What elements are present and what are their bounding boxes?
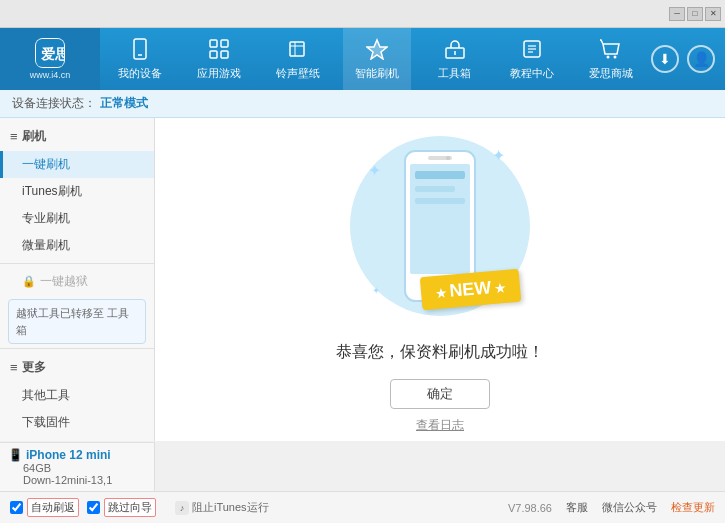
toolbox-label: 工具箱 — [438, 66, 471, 81]
sparkle-2: ✦ — [368, 161, 381, 180]
auto-flash-checkbox-group[interactable]: 自动刷返 — [10, 498, 79, 517]
logo-icon: 爱思 — [35, 38, 65, 68]
auto-flash-label: 自动刷返 — [27, 498, 79, 517]
sidebar-section-flash: ≡ 刷机 — [0, 122, 154, 151]
bottom-bar: 自动刷返 跳过向导 ♪ 阻止iTunes运行 V7.98.66 客服 微信公众号… — [0, 491, 725, 523]
sidebar: ≡ 刷机 一键刷机 iTunes刷机 专业刷机 微量刷机 🔒 一键越狱 越狱工具… — [0, 118, 155, 441]
device-name: 📱 iPhone 12 mini — [8, 448, 146, 462]
sidebar-divider-1 — [0, 263, 154, 264]
nav-items: 我的设备 应用游戏 铃声壁纸 — [100, 28, 651, 90]
ringtones-icon — [287, 38, 309, 63]
maximize-button[interactable]: □ — [687, 7, 703, 21]
svg-point-26 — [446, 156, 450, 160]
bottom-version: V7.98.66 — [508, 502, 552, 514]
apps-label: 应用游戏 — [197, 66, 241, 81]
title-bar: ─ □ ✕ — [0, 0, 725, 28]
sidebar-item-other-tools[interactable]: 其他工具 — [0, 382, 154, 409]
device-info: 📱 iPhone 12 mini 64GB Down-12mini-13,1 — [0, 442, 155, 491]
close-button[interactable]: ✕ — [705, 7, 721, 21]
mall-icon — [600, 38, 622, 63]
svg-rect-7 — [221, 51, 228, 58]
apps-icon — [208, 38, 230, 63]
flash-section-label: 刷机 — [22, 128, 46, 145]
tutorials-label: 教程中心 — [510, 66, 554, 81]
jailbreak-label: 一键越狱 — [40, 273, 88, 290]
nav-item-mall[interactable]: 爱思商城 — [577, 28, 645, 90]
sidebar-notice-jailbreak: 越狱工具已转移至 工具箱 — [8, 299, 146, 344]
svg-rect-20 — [410, 164, 470, 274]
status-label: 设备连接状态： — [12, 95, 96, 112]
device-phone-icon: 📱 — [8, 448, 23, 462]
nav-item-ringtones[interactable]: 铃声壁纸 — [264, 28, 332, 90]
svg-rect-8 — [290, 42, 304, 56]
skip-wizard-checkbox-group[interactable]: 跳过向导 — [87, 498, 156, 517]
my-device-label: 我的设备 — [118, 66, 162, 81]
sidebar-item-download-fw[interactable]: 下载固件 — [0, 409, 154, 436]
sidebar-item-pro-flash[interactable]: 专业刷机 — [0, 205, 154, 232]
skip-wizard-label: 跳过向导 — [104, 498, 156, 517]
svg-text:爱思: 爱思 — [41, 46, 64, 62]
logo-area: 爱思 www.i4.cn — [0, 28, 100, 90]
content-area: ✦ ✦ ✦ NEW 恭喜您，保资料刷机成功啦！ 确定 查看日志 — [155, 118, 725, 441]
status-value: 正常模式 — [100, 95, 148, 112]
svg-rect-4 — [210, 40, 217, 47]
smart-flash-icon — [366, 38, 388, 63]
svg-point-17 — [607, 55, 610, 58]
itunes-status: ♪ 阻止iTunes运行 — [165, 500, 269, 515]
itunes-icon: ♪ — [175, 501, 189, 515]
bottom-left: 自动刷返 跳过向导 — [10, 498, 165, 517]
my-device-icon — [129, 38, 151, 63]
sidebar-item-micro-flash[interactable]: 微量刷机 — [0, 232, 154, 259]
restore-link[interactable]: 查看日志 — [416, 417, 464, 434]
sparkle-3: ✦ — [372, 285, 380, 296]
svg-rect-5 — [221, 40, 228, 47]
top-nav: 爱思 www.i4.cn 我的设备 应用 — [0, 28, 725, 90]
svg-rect-6 — [210, 51, 217, 58]
device-storage: 64GB — [8, 462, 146, 474]
svg-rect-23 — [415, 198, 465, 204]
skip-wizard-checkbox[interactable] — [87, 501, 100, 514]
update-link[interactable]: 检查更新 — [671, 500, 715, 515]
itunes-status-text: 阻止iTunes运行 — [192, 500, 269, 515]
nav-item-smart-flash[interactable]: 智能刷机 — [343, 28, 411, 90]
sidebar-item-one-click-flash[interactable]: 一键刷机 — [0, 151, 154, 178]
ringtones-label: 铃声壁纸 — [276, 66, 320, 81]
toolbox-icon — [444, 38, 466, 63]
svg-rect-2 — [134, 39, 146, 59]
download-button[interactable]: ⬇ — [651, 45, 679, 73]
nav-item-my-device[interactable]: 我的设备 — [106, 28, 174, 90]
flash-section-icon: ≡ — [10, 129, 18, 144]
status-bar: 设备连接状态： 正常模式 — [0, 90, 725, 118]
sparkle-1: ✦ — [492, 146, 505, 165]
sidebar-divider-2 — [0, 348, 154, 349]
mall-label: 爱思商城 — [589, 66, 633, 81]
confirm-button[interactable]: 确定 — [390, 379, 490, 409]
sidebar-item-advanced[interactable]: 高级功能 — [0, 436, 154, 441]
more-section-label: 更多 — [22, 359, 46, 376]
device-version: Down-12mini-13,1 — [8, 474, 146, 486]
sidebar-item-itunes-flash[interactable]: iTunes刷机 — [0, 178, 154, 205]
smart-flash-label: 智能刷机 — [355, 66, 399, 81]
logo-text: www.i4.cn — [30, 70, 71, 80]
svg-rect-22 — [415, 186, 455, 192]
user-button[interactable]: 👤 — [687, 45, 715, 73]
auto-flash-checkbox[interactable] — [10, 501, 23, 514]
nav-right: ⬇ 👤 — [651, 45, 725, 73]
nav-item-toolbox[interactable]: 工具箱 — [423, 28, 487, 90]
window-controls[interactable]: ─ □ ✕ — [669, 7, 721, 21]
svg-point-18 — [614, 55, 617, 58]
nav-item-tutorials[interactable]: 教程中心 — [498, 28, 566, 90]
success-text: 恭喜您，保资料刷机成功啦！ — [336, 342, 544, 363]
minimize-button[interactable]: ─ — [669, 7, 685, 21]
support-link[interactable]: 客服 — [566, 500, 588, 515]
nav-item-apps[interactable]: 应用游戏 — [185, 28, 253, 90]
sidebar-disabled-jailbreak: 🔒 一键越狱 — [0, 268, 154, 295]
phone-illustration: ✦ ✦ ✦ NEW — [340, 126, 540, 326]
sidebar-section-more: ≡ 更多 — [0, 353, 154, 382]
tutorials-icon — [521, 38, 543, 63]
wechat-link[interactable]: 微信公众号 — [602, 500, 657, 515]
bottom-right: V7.98.66 客服 微信公众号 检查更新 — [508, 500, 715, 515]
svg-rect-21 — [415, 171, 465, 179]
more-section-icon: ≡ — [10, 360, 18, 375]
